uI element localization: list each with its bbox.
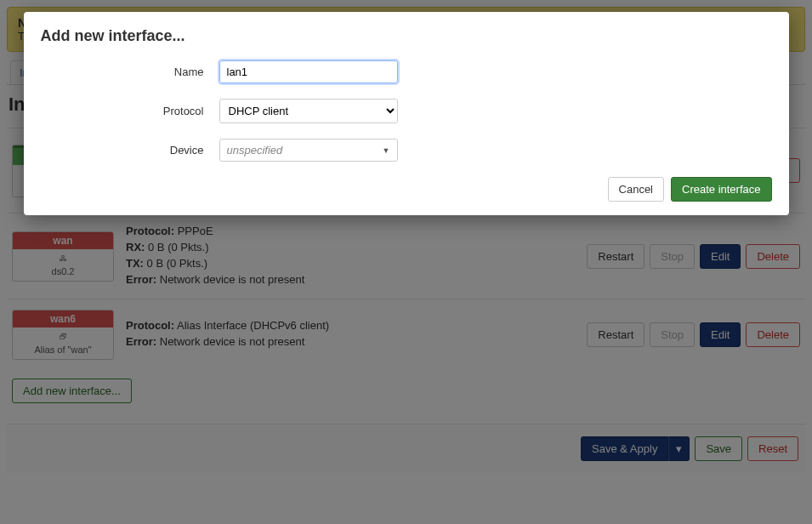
device-value: unspecified	[227, 144, 283, 157]
device-combobox[interactable]: unspecified ▼	[219, 139, 398, 162]
add-interface-modal: Add new interface... Name Protocol DHCP …	[24, 12, 789, 215]
create-interface-button[interactable]: Create interface	[671, 177, 772, 202]
modal-title: Add new interface...	[41, 27, 772, 45]
name-input[interactable]	[219, 60, 398, 83]
name-label: Name	[41, 66, 219, 78]
device-label: Device	[41, 144, 219, 157]
modal-overlay: Add new interface... Name Protocol DHCP …	[0, 0, 812, 524]
chevron-down-icon: ▼	[383, 146, 390, 155]
protocol-label: Protocol	[41, 105, 219, 117]
cancel-button[interactable]: Cancel	[608, 177, 664, 202]
protocol-select[interactable]: DHCP client	[219, 99, 398, 123]
